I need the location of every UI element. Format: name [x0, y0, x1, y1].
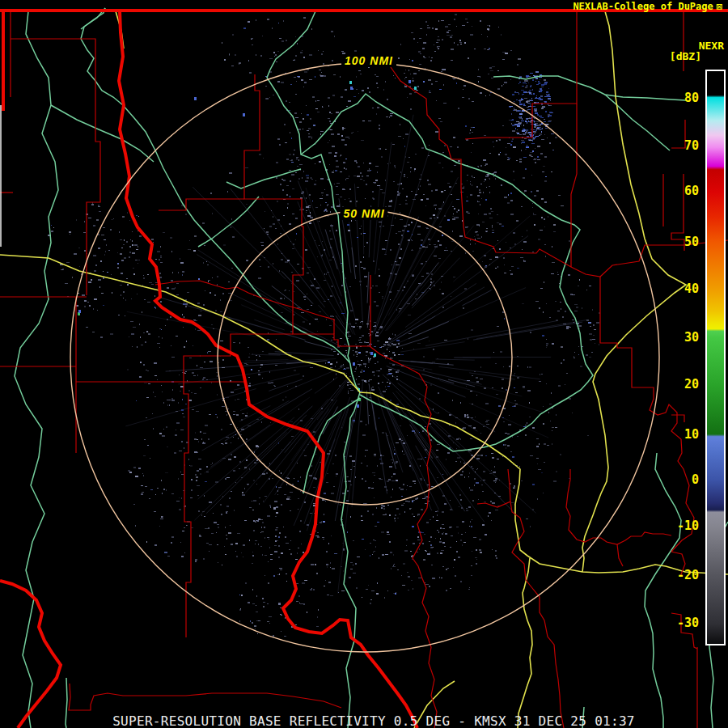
river [493, 76, 686, 100]
county-line [69, 684, 341, 710]
colorbar-tick-60: 60 [667, 184, 699, 198]
colorbar-tick-10: 10 [667, 427, 699, 442]
header-title: NEXLAB-College of DuPage [573, 1, 713, 12]
state-border [119, 11, 417, 728]
colorbar-tick--10: -10 [667, 518, 699, 533]
highway [518, 558, 532, 728]
colorbar-tick-40: 40 [667, 281, 699, 296]
colorbar-tick--30: -30 [667, 616, 699, 630]
colorbar-tick-20: 20 [667, 377, 699, 392]
radar-map [0, 0, 728, 728]
range-ring-label-50nmi: 50 NMI [340, 207, 387, 220]
range-ring-label-100nmi: 100 NMI [341, 54, 396, 67]
river [605, 95, 670, 150]
county-line [671, 415, 684, 422]
colorbar-units: [dBZ] [670, 50, 701, 62]
river [301, 94, 593, 451]
colorbar [705, 70, 726, 645]
highway-layer [0, 11, 728, 728]
colorbar-tick-80: 80 [667, 91, 699, 105]
river [645, 453, 681, 728]
county-line [510, 502, 564, 728]
river [15, 11, 58, 728]
colorbar-tick-30: 30 [667, 330, 699, 345]
river [226, 169, 301, 188]
colorbar-tick--20: -20 [667, 568, 699, 582]
county-line [465, 11, 577, 139]
status-bar-product-label: SUPER-RESOLUTION BASE REFLECTIVITY 0.5 D… [0, 713, 728, 728]
county-line [155, 281, 334, 334]
river [51, 105, 154, 162]
county-line [159, 199, 244, 210]
state-border [0, 581, 61, 728]
header-branding: NEXLAB-College of DuPage⊠ [573, 1, 722, 12]
colorbar-tick-0: 0 [667, 472, 699, 487]
range-ring-100-nmi [70, 63, 659, 652]
colorbar-tick-50: 50 [667, 235, 699, 249]
river [198, 197, 259, 247]
highway [0, 255, 728, 574]
county-line [617, 544, 623, 566]
colorbar-title: NEXR [699, 40, 724, 52]
radar-display: 100 NMI 50 NMI NEXLAB-College of DuPage⊠… [0, 0, 728, 728]
county-line [571, 104, 577, 267]
county-line [600, 277, 694, 552]
logo-glyph: ⊠ [717, 1, 722, 12]
colorbar-gradient [707, 71, 724, 644]
colorbar-tick-70: 70 [667, 138, 699, 153]
